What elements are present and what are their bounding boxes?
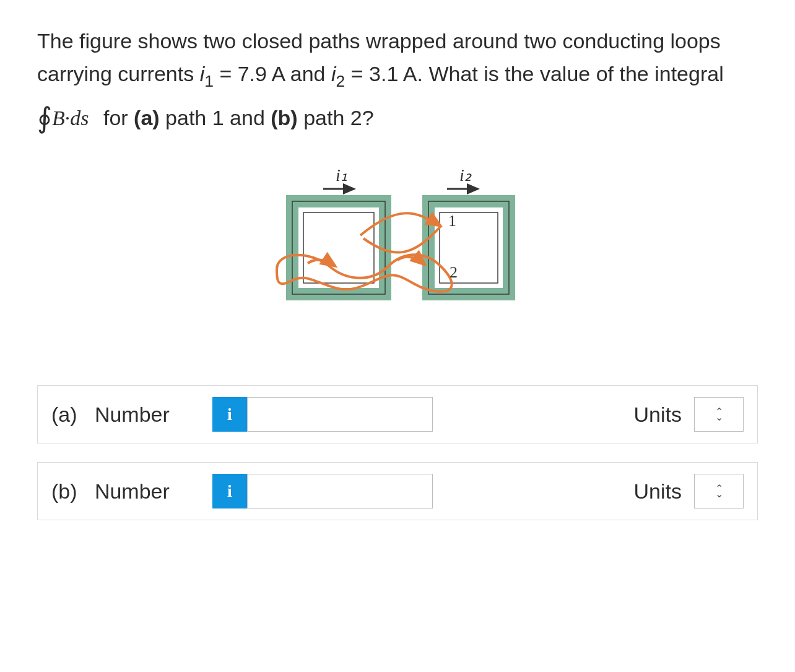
int-B: B (52, 107, 65, 129)
loop1-outline (292, 201, 385, 294)
units-select-b[interactable]: ⌃⌄ (694, 474, 744, 508)
int-dot: · (65, 107, 71, 129)
path2-arrow1-icon (308, 260, 336, 266)
q-a-bold: (a) (134, 106, 160, 129)
q-a-txt: path 1 and (160, 106, 271, 129)
info-button-a[interactable]: i (212, 397, 247, 432)
number-input-b[interactable] (247, 474, 433, 508)
part-a-number-label: Number (95, 403, 170, 426)
part-b-tag: (b) (51, 479, 77, 503)
q-i2-eq: = 3.1 A. What is the value of the integr… (345, 62, 723, 85)
oint-icon: ∮ (37, 102, 52, 134)
units-select-a[interactable]: ⌃⌄ (694, 397, 744, 432)
units-label-a: Units (634, 398, 682, 431)
sym-i2: i (331, 62, 336, 85)
q-for: for (98, 106, 134, 129)
figure: i₁ i₂ 1 2 (37, 149, 758, 375)
part-b-label: (b) Number (51, 475, 212, 508)
chevron-updown-icon: ⌃⌄ (715, 486, 723, 497)
i1-label: i₁ (336, 167, 347, 185)
answer-row-a: (a) Number i Units ⌃⌄ (37, 385, 758, 443)
i2-label: i₂ (459, 167, 472, 185)
number-input-a[interactable] (247, 397, 433, 432)
loop1-icon (292, 201, 385, 294)
q-b-bold: (b) (271, 106, 297, 129)
loop2-icon (428, 201, 509, 294)
path2-label: 2 (450, 263, 458, 281)
question-text: The figure shows two closed paths wrappe… (37, 25, 758, 137)
sym-i2-sub: 2 (336, 72, 345, 90)
q-b-txt: path 2? (298, 106, 374, 129)
part-a-label: (a) Number (51, 398, 212, 431)
path1-label: 1 (448, 212, 456, 230)
answer-row-b: (b) Number i Units ⌃⌄ (37, 462, 758, 520)
path2-arrow2-icon (398, 256, 425, 264)
loop2-outline (428, 201, 509, 294)
int-ds: ds (70, 107, 89, 129)
q-i1-eq: = 7.9 A and (214, 62, 331, 85)
info-button-b[interactable]: i (212, 474, 247, 508)
chevron-updown-icon: ⌃⌄ (715, 409, 723, 421)
part-a-tag: (a) (51, 403, 77, 426)
sym-i1-sub: 1 (204, 72, 214, 90)
units-label-b: Units (634, 475, 682, 508)
part-b-number-label: Number (95, 479, 170, 503)
integral-expression: ∮B·ds (37, 94, 89, 137)
figure-svg: i₁ i₂ 1 2 (255, 167, 540, 334)
